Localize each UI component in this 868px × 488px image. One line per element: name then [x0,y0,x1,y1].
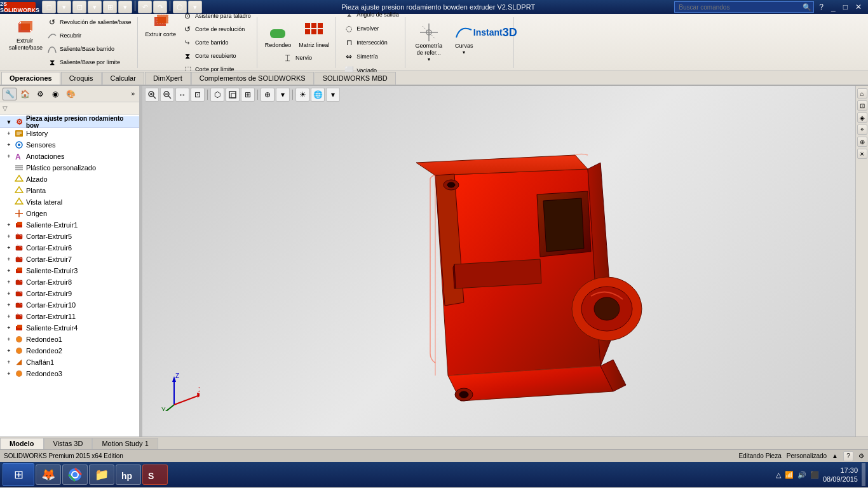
panel-icon-properties[interactable]: 🏠 [18,88,32,100]
tree-expand-redondeo2[interactable]: + [5,347,13,355]
title-tb-btn[interactable]: ▾ [88,1,102,13]
ribbon-btn-revolucion[interactable]: ↺ Revolución de saliente/base [44,16,133,29]
panel-icon-paint[interactable]: 🎨 [64,88,78,100]
tree-item-redondeo2[interactable]: +Redondeo2 [0,345,139,356]
tree-expand-cortar11[interactable]: + [5,313,13,320]
tree-item-cortar7[interactable]: +Cortar-Extruir7 [0,254,139,265]
taskbar-hp[interactable]: hp [116,464,141,485]
vp-pan[interactable]: ↔ [175,88,189,102]
title-tb-btn[interactable]: ⊡ [72,1,86,13]
tree-item-planta[interactable]: Planta [0,185,139,196]
tree-expand-redondeo1[interactable]: + [5,336,13,343]
tree-expand-root[interactable]: ▼ [5,118,13,126]
tree-root-item[interactable]: ▼ ⚙ Pieza ajuste presion rodamiento bow [0,116,139,128]
tree-expand-alzado[interactable] [5,175,13,183]
ribbon-btn-interseccion[interactable]: ⊓ Intersección [341,36,401,49]
ribbon-btn-saliente-limite[interactable]: ⧗ Saliente/Base por límite [44,56,133,69]
ribbon-btn-nervio[interactable]: ⌶ Nervio [280,51,314,64]
tree-expand-planta[interactable] [5,187,13,194]
sub-tab-complementos[interactable]: Complementos de SOLIDWORKS [191,72,314,85]
title-tb-btn[interactable]: □ [42,1,56,13]
tree-item-cortar9[interactable]: +Cortar-Extruir9 [0,288,139,299]
tree-expand-cortar5[interactable]: + [5,233,13,240]
ribbon-btn-extruir-corte[interactable]: Extruir corte [143,10,179,76]
ribbon-btn-curvas[interactable]: Curvas ▾ [450,21,478,57]
taskbar-explorer[interactable]: 📁 [89,464,114,485]
tree-expand-cortar7[interactable]: + [5,255,13,263]
sub-tab-mbd[interactable]: SOLIDWORKS MBD [315,72,396,85]
tree-expand-vistalateral[interactable] [5,198,13,206]
tree-item-saliente3[interactable]: +Saliente-Extruir3 [0,265,139,276]
title-tb-btn[interactable]: ▾ [118,1,132,13]
title-tb-btn[interactable]: ⊞ [103,1,117,13]
tree-item-chaflan1[interactable]: +Chaflán1 [0,356,139,368]
mini-btn-6[interactable]: ☀ [857,149,867,159]
close-btn[interactable]: ✕ [853,3,864,11]
tab-vistas3d[interactable]: Vistas 3D [44,438,93,449]
georef-expand[interactable]: ▾ [428,57,430,62]
tree-expand-saliente3[interactable]: + [5,267,13,274]
ribbon-btn-corte-barrido[interactable]: ⤷ Corte barrido [180,36,253,49]
tree-expand-saliente1[interactable]: + [5,221,13,229]
sub-tab-operaciones[interactable]: Operaciones [1,72,60,85]
ribbon-btn-envolver[interactable]: ◌ Envolver [341,22,401,35]
vp-light[interactable]: ☀ [295,88,309,102]
tree-item-material[interactable]: Plástico personalizado [0,162,139,173]
vp-view-orient-2[interactable] [226,88,240,102]
ribbon-btn-redondeo[interactable]: Redondeo [262,20,294,50]
tree-item-cortar10[interactable]: +Cortar-Extruir10 [0,299,139,311]
taskbar-firefox[interactable]: 🦊 [36,464,61,485]
tree-expand-redondeo3[interactable]: + [5,370,13,377]
ribbon-btn-matriz[interactable]: Matriz lineal [296,20,332,50]
title-tb-btn[interactable]: ▾ [57,1,71,13]
mini-btn-3[interactable]: ◈ [857,112,867,123]
ribbon-btn-angulo[interactable]: ⟁ Ángulo de salida [341,8,401,21]
help-btn[interactable]: ? [817,3,826,11]
tree-expand-cortar6[interactable]: + [5,244,13,252]
panel-icon-color[interactable]: ◉ [48,88,62,100]
ribbon-btn-asistente[interactable]: ⊙ Asistente para taladro [180,10,253,22]
tree-expand-cortar10[interactable]: + [5,301,13,309]
tree-item-vistalateral[interactable]: Vista lateral [0,196,139,208]
3d-viewport[interactable]: ↔ ⊡ ⬡ ⊞ ⊕ ▾ ☀ 🌐 ▾ [142,86,868,437]
tree-item-cortar8[interactable]: +Cortar-Extruir8 [0,276,139,288]
vp-hide[interactable]: ⊕ [261,88,275,102]
tree-expand-history[interactable]: + [5,130,13,137]
ribbon-btn-instant3d[interactable]: Instant3D [481,21,510,44]
mini-btn-4[interactable]: ⌖ [857,125,867,135]
curvas-expand[interactable]: ▾ [463,50,465,55]
tree-item-sensors[interactable]: +Sensores [0,139,139,151]
taskbar-show-desktop[interactable] [862,463,865,486]
ribbon-btn-extrude[interactable]: Extruir saliente/base [6,16,43,69]
vp-fit[interactable]: ⊡ [191,88,205,102]
ribbon-btn-recubrir[interactable]: Recubrir [44,29,133,42]
ribbon-btn-simetria[interactable]: ⇔ Simetría [341,50,401,63]
tree-item-redondeo3[interactable]: +Redondeo3 [0,368,139,379]
ribbon-btn-cote-rev[interactable]: ↺ Corte de revolución [180,23,253,36]
tab-motion[interactable]: Motion Study 1 [92,438,158,449]
tree-expand-sensors[interactable]: + [5,141,13,149]
vp-zoom-in[interactable] [145,88,159,102]
tree-expand-cortar9[interactable]: + [5,290,13,297]
tree-expand-annotations[interactable]: + [5,152,13,160]
tree-item-annotations[interactable]: +AAnotaciones [0,151,139,162]
tree-expand-chaflan1[interactable]: + [5,358,13,366]
tree-item-history[interactable]: +History [0,128,139,139]
ribbon-btn-saliente-barrido[interactable]: Saliente/Base barrido [44,43,133,55]
ribbon-btn-corte-recubierto[interactable]: ⧗ Corte recubierto [180,50,253,62]
tree-expand-cortar8[interactable]: + [5,278,13,286]
tree-expand-origen[interactable] [5,210,13,217]
tree-item-cortar11[interactable]: +Cortar-Extruir11 [0,311,139,322]
vp-zoom-out[interactable] [160,88,174,102]
maximize-btn[interactable]: □ [841,3,850,11]
tree-item-saliente4[interactable]: +Saliente-Extruir4 [0,322,139,334]
sub-tab-dimxpert[interactable]: DimXpert [145,72,191,85]
vp-scene[interactable]: ▾ [326,88,340,102]
tree-item-cortar6[interactable]: +Cortar-Extruir6 [0,242,139,254]
taskbar-solidworks[interactable]: S [142,464,168,485]
command-search-input[interactable] [674,1,814,13]
taskbar-chrome[interactable] [62,464,88,485]
tab-modelo[interactable]: Modelo [0,438,44,449]
tree-item-redondeo1[interactable]: +Redondeo1 [0,334,139,345]
tree-item-origen[interactable]: Origen [0,208,139,219]
